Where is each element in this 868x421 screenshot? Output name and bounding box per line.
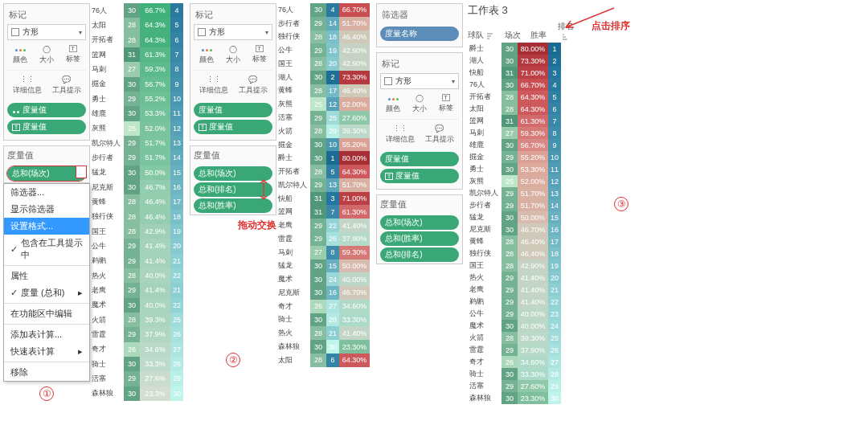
cell: 13 — [548, 187, 561, 199]
cell: 3 — [326, 192, 339, 206]
cell: 29 — [310, 219, 326, 232]
mark-type-select[interactable]: 方形▾ — [194, 24, 272, 40]
cell: 37.9% — [140, 327, 170, 341]
pill-sum-games[interactable]: 总和(场次) ▾ — [7, 166, 86, 181]
ctx-quick-calc[interactable]: 快速表计算▸ — [4, 343, 89, 360]
filter-pill-measure-name[interactable]: 度量名称 — [380, 27, 459, 41]
table-row: 热火2941.40%20 — [468, 272, 561, 284]
cell: 29 — [124, 254, 140, 268]
label-encoding[interactable]: T标签 — [252, 45, 267, 65]
cell: 41.40% — [518, 296, 548, 308]
cell: 活塞 — [276, 111, 310, 125]
color-icon — [201, 45, 213, 53]
size-encoding[interactable]: ◯大小 — [39, 45, 54, 65]
cell: 33.3% — [140, 357, 170, 371]
ctx-measure-sum[interactable]: ✓度量 (总和)▸ — [4, 284, 89, 301]
cell: 55.20% — [518, 151, 548, 163]
cell: 30 — [310, 138, 326, 152]
pill-sum-win[interactable]: 总和(胜率) — [380, 231, 459, 246]
table-row: 热火2840.0%22 — [90, 268, 183, 283]
cell: 1 — [326, 151, 339, 165]
table-row: 独行侠2846.40%18 — [468, 247, 561, 260]
cell: 76人 — [468, 79, 502, 91]
cell: 29 — [124, 283, 140, 297]
cell: 森林狼 — [276, 340, 310, 354]
pill-sum-games[interactable]: 总和(场次) — [380, 215, 459, 230]
cell: 51.7% — [140, 136, 170, 150]
ctx-add-calc[interactable]: 添加表计算... — [4, 326, 89, 343]
mark-type-select[interactable]: 方形 ▾ — [7, 24, 86, 40]
color-pill-measure[interactable]: 度量值 — [7, 103, 86, 117]
table-row: 猛龙301550.00% — [276, 260, 370, 273]
square-icon — [198, 28, 206, 36]
color-icon — [387, 94, 399, 102]
cell: 凯尔特人 — [276, 178, 310, 192]
cell: 灰熊 — [90, 121, 124, 136]
size-encoding[interactable]: ◯大小 — [226, 45, 240, 65]
ctx-set-format[interactable]: 设置格式... — [4, 218, 89, 235]
cell: 15 — [548, 211, 561, 223]
cell: 27 — [502, 127, 518, 139]
tooltip-encoding[interactable]: 💬工具提示 — [52, 76, 81, 96]
table-row: 凯尔特人291351.70% — [276, 178, 370, 192]
ctx-filters[interactable]: 筛选器... — [4, 184, 89, 201]
ctx-include-tooltip[interactable]: ✓包含在工具提示中 — [4, 235, 89, 264]
table-row: 骑士3033.3%28 — [90, 357, 183, 371]
ctx-show-filter[interactable]: 显示筛选器 — [4, 201, 89, 218]
table-row: 奇才2634.6%27 — [90, 342, 183, 357]
label-pill-measure[interactable]: T 度量值 — [7, 120, 86, 134]
detail-encoding[interactable]: ⋮⋮详细信息 — [386, 125, 415, 145]
sort-icon — [486, 32, 494, 40]
cell: 34.6% — [140, 342, 170, 357]
color-encoding[interactable]: 颜色 — [199, 45, 214, 65]
cell: 步行者 — [468, 199, 502, 211]
cell: 尼克斯 — [276, 286, 310, 300]
cell: 6 — [170, 33, 183, 47]
table-row: 公牛291942.90% — [276, 43, 370, 57]
label-pill-measure[interactable]: T 度量值 — [194, 120, 272, 134]
detail-encoding[interactable]: ⋮⋮详细信息 — [199, 76, 228, 96]
col-winrate[interactable]: 胜率 — [522, 30, 555, 41]
color-pill-measure[interactable]: 度量值 — [380, 152, 459, 166]
cell: 20 — [548, 272, 561, 284]
color-encoding[interactable]: 颜色 — [13, 45, 27, 65]
label-encoding[interactable]: T标签 — [439, 94, 453, 114]
cell: 骑士 — [276, 313, 310, 327]
pill-sum-rank[interactable]: 总和(排名) — [380, 247, 459, 262]
mark-type-select[interactable]: 方形▾ — [380, 73, 459, 89]
cell: 勇士 — [90, 92, 124, 106]
measure-values-title: 度量值 — [377, 195, 462, 214]
label-pill-measure[interactable]: T 度量值 — [380, 169, 459, 183]
color-encoding[interactable]: 颜色 — [386, 94, 400, 114]
color-pill-measure[interactable]: 度量值 — [194, 103, 272, 117]
table-row: 爵士30180.00% — [276, 151, 370, 165]
marks-title: 标记 — [194, 7, 272, 24]
cell: 30 — [310, 313, 326, 327]
cell: 8 — [326, 246, 339, 260]
cell: 29 — [502, 199, 518, 211]
tooltip-encoding[interactable]: 💬工具提示 — [239, 76, 268, 96]
cell: 凯尔特人 — [468, 187, 502, 199]
cell: 64.3% — [140, 33, 170, 47]
ctx-attribute[interactable]: 属性 — [4, 268, 89, 284]
cell: 尼克斯 — [90, 180, 124, 194]
label-encoding[interactable]: T标签 — [66, 45, 80, 65]
cell: 马刺 — [468, 127, 502, 139]
pill-dropdown-button[interactable]: ▾ — [76, 166, 87, 178]
size-encoding[interactable]: ◯大小 — [412, 94, 427, 114]
ctx-edit-shelf[interactable]: 在功能区中编辑 — [4, 305, 89, 322]
col-games[interactable]: 场次 — [503, 30, 522, 41]
cell: 太阳 — [468, 103, 502, 115]
cell: 独行侠 — [276, 31, 310, 44]
cell: 29 — [326, 125, 339, 138]
cell: 52.0% — [140, 121, 170, 136]
cell: 森林狼 — [468, 392, 502, 404]
mark-type-label: 方形 — [23, 27, 39, 38]
cell: 独行侠 — [90, 210, 124, 224]
table-row: 湖人30273.30% — [276, 71, 370, 84]
detail-encoding[interactable]: ⋮⋮详细信息 — [13, 76, 42, 96]
cell: 30 — [502, 55, 518, 67]
ctx-remove[interactable]: 移除 — [4, 364, 89, 381]
tooltip-encoding[interactable]: 💬工具提示 — [425, 125, 454, 145]
col-team[interactable]: 球队 — [468, 30, 503, 41]
